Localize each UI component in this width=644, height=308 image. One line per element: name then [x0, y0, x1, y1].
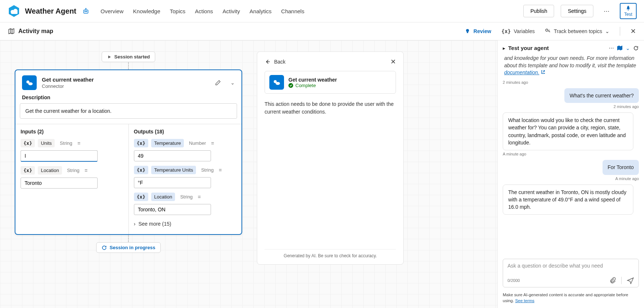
- back-button[interactable]: Back: [265, 59, 285, 65]
- test-panel-header: ▸ Test your agent ⋯ ⌄: [498, 40, 644, 55]
- activity-map-heading: Activity map: [8, 28, 53, 35]
- canvas[interactable]: Session started Get current weather Conn…: [0, 40, 497, 308]
- nav-tab-knowledge[interactable]: Knowledge: [133, 5, 160, 17]
- detail-footer: Generated by AI. Be sure to check for ac…: [265, 249, 396, 258]
- close-icon[interactable]: ✕: [630, 27, 636, 35]
- description-value: Get the current weather for a location.: [20, 103, 237, 119]
- bot-message: What location would you like to check th…: [503, 112, 633, 150]
- check-circle-icon: [288, 83, 293, 88]
- timestamp: A minute ago: [503, 152, 639, 156]
- svg-rect-7: [628, 9, 628, 11]
- details-panel: Back ✕ Get current weather Complete: [257, 51, 404, 265]
- bot-message: The current weather in Toronto, ON is mo…: [503, 185, 633, 215]
- external-link-icon: [541, 69, 545, 75]
- chevron-right-icon: ›: [134, 221, 136, 227]
- output-location-value[interactable]: [134, 204, 211, 215]
- close-icon[interactable]: ✕: [390, 58, 396, 66]
- session-started-pill: Session started: [102, 51, 156, 62]
- connector-node[interactable]: Get current weather Connector ⌄ Descript…: [15, 69, 242, 235]
- output-row-temperature: {x} Temperature Number =: [134, 139, 237, 147]
- variable-icon: {x}: [21, 166, 35, 175]
- send-icon[interactable]: [627, 277, 634, 284]
- node-title: Get current weather: [42, 76, 94, 83]
- app-logo-icon: [7, 4, 21, 18]
- input-row-units: {x} Units String =: [21, 139, 123, 147]
- app-title: Weather Agent: [25, 7, 76, 15]
- inputs-column: Inputs (2) {x} Units String = {x} Locati…: [15, 124, 128, 234]
- svg-point-6: [86, 11, 87, 12]
- output-temperature-value[interactable]: [134, 150, 211, 161]
- user-message: What's the current weather?: [564, 88, 639, 103]
- variable-icon: {x}: [134, 139, 148, 147]
- map-icon: [8, 28, 15, 35]
- more-icon[interactable]: ⋯: [609, 45, 614, 51]
- weather-icon: [22, 75, 37, 90]
- input-location-value[interactable]: [21, 178, 98, 189]
- track-icon: [545, 28, 551, 34]
- svg-point-5: [85, 11, 85, 12]
- input-row-location: {x} Location String =: [21, 166, 123, 175]
- svg-point-12: [28, 82, 33, 85]
- output-temperature-units-value[interactable]: [134, 177, 211, 188]
- subheader: Activity map Review {x} Variables Track …: [0, 22, 644, 40]
- refresh-icon[interactable]: [633, 45, 639, 51]
- agent-icon: [82, 7, 90, 15]
- svg-point-14: [276, 82, 280, 85]
- flow-column: Session started Get current weather Conn…: [15, 51, 242, 253]
- documentation-link[interactable]: documentation.: [504, 69, 539, 75]
- chevron-right-icon[interactable]: ▸: [503, 45, 505, 51]
- chat-input-field[interactable]: Ask a question or describe what you need: [507, 263, 634, 271]
- main: Session started Get current weather Conn…: [0, 40, 644, 308]
- timestamp: 2 minutes ago: [503, 80, 639, 85]
- timestamp: 2 minutes ago: [503, 104, 639, 109]
- settings-button[interactable]: Settings: [561, 5, 593, 17]
- app-logo: Weather Agent: [7, 4, 90, 18]
- test-panel: ▸ Test your agent ⋯ ⌄ and knowledge for …: [497, 40, 644, 308]
- attachment-icon[interactable]: [610, 277, 616, 284]
- variables-link[interactable]: {x} Variables: [502, 28, 535, 34]
- chat-input[interactable]: Ask a question or describe what you need…: [503, 259, 639, 287]
- chevron-down-icon[interactable]: ⌄: [626, 45, 630, 51]
- arrow-left-icon: [265, 59, 270, 65]
- outputs-column: Outputs (18) {x} Temperature Number = {x…: [128, 124, 242, 234]
- output-row-location: {x} Location String =: [134, 193, 237, 201]
- see-terms-link[interactable]: See terms: [515, 298, 534, 303]
- nav-tab-overview[interactable]: Overview: [101, 5, 124, 17]
- chevron-down-icon[interactable]: ⌄: [230, 80, 235, 86]
- test-button[interactable]: Test: [620, 3, 637, 19]
- chevron-down-icon: ⌄: [605, 28, 610, 34]
- more-icon[interactable]: ⋯: [600, 6, 613, 17]
- review-link[interactable]: Review: [465, 28, 491, 34]
- status-complete: Complete: [288, 83, 337, 88]
- node-header: Get current weather Connector ⌄: [15, 70, 241, 93]
- nav-tab-activity[interactable]: Activity: [223, 5, 240, 17]
- chat-scroll[interactable]: and knowledge for your own needs. For mo…: [498, 55, 644, 256]
- user-message: For Toronto: [603, 160, 639, 175]
- node-subtitle: Connector: [42, 83, 94, 89]
- input-units-value[interactable]: [21, 150, 98, 162]
- detail-body: This action needs to be done to provide …: [265, 100, 396, 116]
- nav-tab-channels[interactable]: Channels: [281, 5, 304, 17]
- timestamp: A minute ago: [503, 176, 639, 181]
- play-icon: [107, 55, 112, 59]
- variable-icon: {x}: [134, 166, 148, 174]
- pin-icon: [625, 5, 631, 11]
- nav-tab-actions[interactable]: Actions: [195, 5, 213, 17]
- session-progress-pill: Session in progress: [96, 242, 161, 253]
- track-topics-link[interactable]: Track between topics ⌄: [545, 28, 610, 34]
- edit-icon[interactable]: [215, 80, 221, 86]
- char-count: 0/2000: [507, 278, 520, 283]
- see-more-link[interactable]: › See more (15): [134, 221, 237, 227]
- lightbulb-icon: [465, 28, 470, 34]
- io-grid: Inputs (2) {x} Units String = {x} Locati…: [15, 124, 241, 234]
- nav-tab-analytics[interactable]: Analytics: [250, 5, 272, 17]
- disclaimer: Make sure AI-generated content is accura…: [498, 290, 644, 308]
- weather-icon: [269, 75, 284, 90]
- nav-tab-topics[interactable]: Topics: [170, 5, 186, 17]
- publish-button[interactable]: Publish: [523, 5, 554, 17]
- variable-icon: {x}: [502, 28, 511, 34]
- svg-point-10: [546, 29, 548, 31]
- svg-rect-4: [84, 10, 88, 13]
- map-icon[interactable]: [617, 45, 623, 51]
- nav-tabs: Overview Knowledge Topics Actions Activi…: [101, 5, 304, 17]
